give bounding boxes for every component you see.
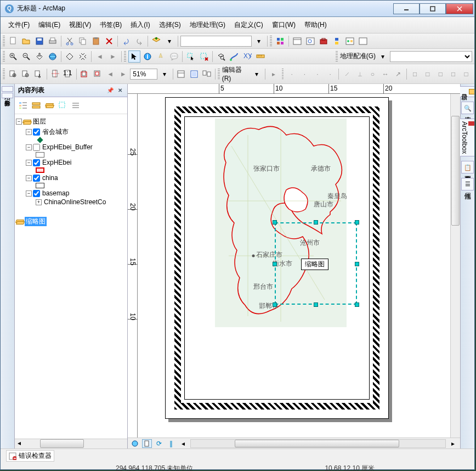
goto-xy-icon[interactable]: XY: [241, 51, 253, 63]
fixed-zoom-in-icon[interactable]: [64, 51, 76, 63]
layout-zoom-dropdown-icon[interactable]: ▾: [158, 68, 170, 80]
tab-results[interactable]: 结果: [2, 86, 13, 92]
georef-dropdown-icon[interactable]: ▾: [377, 51, 389, 63]
change-layout-icon[interactable]: [201, 68, 212, 80]
focus-dataframe-icon[interactable]: [188, 68, 200, 80]
layer0-symbol-icon[interactable]: [37, 137, 43, 143]
expand-layer1-icon[interactable]: −: [26, 144, 32, 150]
refresh-icon[interactable]: ⟳: [154, 439, 164, 448]
toc-hscroll[interactable]: ◂: [15, 439, 127, 448]
tab-catalog[interactable]: 目录: [458, 86, 474, 97]
tab-create[interactable]: 📋创建要素: [461, 161, 474, 173]
pan-icon[interactable]: [33, 51, 46, 63]
list-by-source-icon[interactable]: [30, 99, 42, 111]
layer2-label[interactable]: ExpHEbei: [41, 159, 72, 166]
vertical-scrollbar[interactable]: [450, 94, 460, 438]
layout-pan-icon[interactable]: [33, 68, 44, 80]
redo-icon[interactable]: [133, 35, 145, 47]
menu-help[interactable]: 帮助(H): [302, 19, 329, 31]
tab-toolbox[interactable]: ArcToolbox: [459, 119, 475, 156]
undo-icon[interactable]: [120, 35, 132, 47]
print-icon[interactable]: [47, 35, 59, 47]
layer3-symbol-icon[interactable]: [36, 183, 44, 188]
horizontal-scrollbar[interactable]: [190, 439, 446, 448]
georef-label[interactable]: 地理配准(G): [340, 52, 376, 61]
cut-icon[interactable]: [64, 35, 76, 47]
list-by-visibility-icon[interactable]: [43, 99, 55, 111]
sel-handle-nw[interactable]: [273, 220, 277, 225]
layer5-label[interactable]: ChinaOnlineStreetCo: [43, 198, 107, 206]
menu-file[interactable]: 文件(F): [6, 19, 32, 31]
scale-dropdown-icon[interactable]: ▾: [253, 35, 265, 47]
menu-edit[interactable]: 编辑(E): [36, 19, 63, 31]
toggle-draft-icon[interactable]: [175, 68, 187, 80]
editor-label[interactable]: 编辑器(R): [222, 65, 250, 82]
expand-layer2-icon[interactable]: −: [26, 160, 32, 166]
results-window-icon[interactable]: [357, 35, 369, 47]
new-icon[interactable]: [7, 35, 19, 47]
expand-layer0-icon[interactable]: −: [26, 129, 32, 135]
toc-root[interactable]: 图层: [32, 117, 47, 126]
layer4-checkbox[interactable]: [33, 190, 40, 197]
toc-overview[interactable]: 缩略图: [25, 217, 47, 226]
toc-pin-icon[interactable]: 📌: [106, 87, 114, 94]
layer1-label[interactable]: ExpHEbei_Buffer: [41, 143, 94, 151]
full-extent-icon[interactable]: [47, 51, 59, 63]
tab-imagery[interactable]: 影像分析: [2, 93, 13, 98]
hscroll-thumb[interactable]: [235, 440, 399, 447]
toc-close-icon[interactable]: ✕: [116, 87, 124, 94]
scale-input[interactable]: [180, 36, 252, 47]
delete-icon[interactable]: [103, 35, 115, 47]
clear-selection-icon[interactable]: [198, 51, 210, 63]
layout-zoom-out-icon[interactable]: [20, 68, 31, 80]
python-icon[interactable]: [331, 35, 343, 47]
expand-layer4-icon[interactable]: −: [26, 190, 32, 197]
layer0-label[interactable]: 省会城市: [41, 127, 70, 137]
layer1-symbol-icon[interactable]: [36, 152, 44, 158]
copy-icon[interactable]: [77, 35, 89, 47]
zoom-whole-page-icon[interactable]: [49, 68, 61, 80]
sel-handle-ne[interactable]: [355, 220, 359, 225]
select-features-icon[interactable]: [185, 51, 197, 63]
zoom-in-icon[interactable]: [7, 51, 19, 63]
layout-zoom-in-icon[interactable]: [7, 68, 19, 80]
identify-icon[interactable]: i: [141, 51, 154, 63]
close-button[interactable]: [446, 3, 473, 14]
minimize-button[interactable]: [393, 3, 420, 14]
open-icon[interactable]: [20, 35, 32, 47]
layout-zoom-input[interactable]: [130, 69, 157, 80]
expand-sublayer-icon[interactable]: +: [36, 199, 42, 205]
zoom-out-icon[interactable]: [20, 51, 32, 63]
layout-view-icon[interactable]: [142, 439, 152, 448]
layer2-checkbox[interactable]: [33, 159, 40, 166]
pause-icon[interactable]: ‖: [166, 439, 176, 448]
layer3-checkbox[interactable]: [33, 175, 40, 182]
expand-layer3-icon[interactable]: −: [26, 175, 32, 181]
select-elements-icon[interactable]: [128, 51, 140, 63]
zoom-100-icon[interactable]: 1:1: [62, 68, 73, 80]
menu-insert[interactable]: 插入(I): [128, 19, 152, 31]
vscroll-thumb[interactable]: [451, 116, 460, 226]
error-checker-button[interactable]: 错误检查器: [6, 450, 54, 462]
sel-handle-sw[interactable]: [273, 302, 277, 307]
tab-attrs[interactable]: ☰属性: [461, 178, 474, 190]
layer2-symbol-icon[interactable]: [36, 167, 44, 173]
find-route-icon[interactable]: [228, 51, 240, 63]
measure-icon[interactable]: [254, 51, 267, 63]
layout-fixed-zoomin-icon[interactable]: [79, 68, 90, 80]
menu-selection[interactable]: 选择(S): [157, 19, 183, 31]
save-icon[interactable]: [33, 35, 46, 47]
sel-handle-e[interactable]: [355, 262, 359, 266]
hscroll-right-icon[interactable]: ▸: [448, 439, 458, 448]
add-data-icon[interactable]: [150, 35, 162, 47]
layer3-label[interactable]: china: [41, 174, 59, 182]
tab-search[interactable]: 🔍搜索: [461, 102, 474, 114]
menu-customize[interactable]: 自定义(C): [232, 19, 265, 31]
sel-handle-se[interactable]: [355, 302, 359, 307]
layout-fixed-zoomout-icon[interactable]: [92, 68, 103, 80]
sel-handle-n[interactable]: [314, 220, 318, 225]
modelbuilder-icon[interactable]: [344, 35, 356, 47]
menu-windows[interactable]: 窗口(W): [270, 19, 298, 31]
toc-options-icon[interactable]: [70, 99, 82, 111]
list-by-drawing-icon[interactable]: [17, 99, 29, 111]
